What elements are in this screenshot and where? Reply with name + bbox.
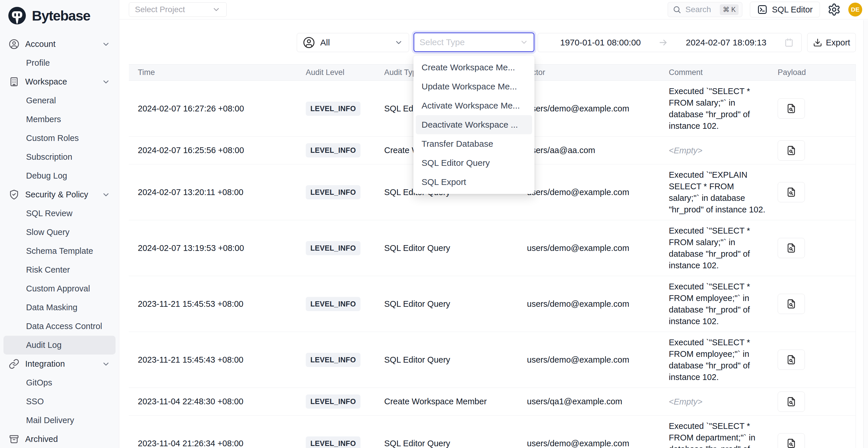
empty-comment: <Empty>	[669, 146, 703, 155]
sidebar-item-gitops[interactable]: GitOps	[3, 373, 116, 392]
sidebar-item-profile[interactable]: Profile	[3, 54, 116, 72]
brand-logo[interactable]: Bytebase	[0, 0, 119, 31]
cell-payload	[778, 98, 856, 119]
type-filter-select[interactable]: Select Type	[413, 32, 534, 52]
payload-view-button[interactable]	[778, 294, 805, 314]
sidebar-item-label: Audit Log	[26, 340, 62, 350]
brand-name: Bytebase	[32, 8, 90, 24]
cell-audit-level: LEVEL_INFO	[306, 353, 384, 367]
sidebar-item-integration[interactable]: Integration	[3, 354, 116, 373]
payload-view-button[interactable]	[778, 140, 805, 161]
cell-actor: users/aa@aa.com	[527, 146, 669, 155]
audit-level-badge: LEVEL_INFO	[306, 297, 361, 311]
sidebar-item-label: Subscription	[26, 152, 72, 162]
cell-comment: Executed `"SELECT * FROM employee;"` in …	[669, 276, 778, 332]
sidebar-item-custom-roles[interactable]: Custom Roles	[3, 129, 116, 148]
empty-comment: <Empty>	[669, 397, 703, 406]
cell-time: 2024-02-07 16:27:26 +08:00	[138, 104, 306, 114]
column-header-audit-level: Audit Level	[306, 68, 384, 77]
type-option-activate-workspace-me[interactable]: Activate Workspace Me...	[416, 96, 532, 115]
cell-actor: users/qa1@example.com	[527, 397, 669, 406]
column-header-actor: Actor	[527, 68, 669, 77]
column-header-comment: Comment	[669, 68, 778, 77]
sidebar-nav: AccountProfileWorkspaceGeneralMembersCus…	[0, 31, 119, 448]
sidebar-item-schema-template[interactable]: Schema Template	[3, 242, 116, 260]
app-root: Bytebase AccountProfileWorkspaceGeneralM…	[0, 0, 868, 448]
type-option-sql-export[interactable]: SQL Export	[416, 172, 532, 192]
sidebar-item-data-masking[interactable]: Data Masking	[3, 298, 116, 317]
vertical-scrollbar[interactable]	[863, 20, 868, 448]
payload-view-button[interactable]	[778, 238, 805, 258]
cell-comment: Executed `"SELECT * FROM department;"` i…	[669, 416, 778, 448]
actor-filter-value: All	[320, 38, 330, 47]
actor-filter-select[interactable]: All	[297, 33, 409, 52]
type-dropdown-menu: Create Workspace Me...Update Workspace M…	[413, 56, 534, 194]
calendar-icon	[784, 38, 794, 47]
sidebar-item-archived[interactable]: Archived	[3, 430, 116, 448]
chevron-down-icon	[102, 77, 110, 86]
cell-payload	[778, 238, 856, 258]
type-option-deactivate-workspace[interactable]: Deactivate Workspace ...	[416, 115, 532, 134]
sidebar-item-label: Data Masking	[26, 303, 77, 312]
sidebar-item-label: Profile	[26, 58, 50, 68]
cell-actor: users/demo@example.com	[527, 188, 669, 197]
type-option-update-workspace-me[interactable]: Update Workspace Me...	[416, 77, 532, 96]
sidebar-item-label: Security & Policy	[25, 190, 88, 199]
sidebar-item-label: Archived	[25, 435, 58, 444]
sidebar-item-custom-approval[interactable]: Custom Approval	[3, 279, 116, 298]
cell-time: 2024-02-07 16:25:56 +08:00	[138, 146, 306, 155]
export-button[interactable]: Export	[807, 33, 856, 52]
payload-view-button[interactable]	[778, 350, 805, 370]
cell-audit-level: LEVEL_INFO	[306, 143, 384, 157]
sidebar-item-audit-log[interactable]: Audit Log	[3, 336, 116, 354]
sidebar-item-general[interactable]: General	[3, 91, 116, 110]
table-row: 2024-02-07 13:19:53 +08:00LEVEL_INFOSQL …	[129, 220, 856, 276]
file-search-icon	[786, 243, 797, 254]
type-option-transfer-database[interactable]: Transfer Database	[416, 134, 532, 153]
type-option-create-workspace-me[interactable]: Create Workspace Me...	[416, 58, 532, 77]
project-select[interactable]: Select Project	[129, 2, 227, 17]
cell-audit-type: SQL Editor Query	[384, 355, 527, 365]
payload-view-button[interactable]	[778, 182, 805, 202]
cell-audit-level: LEVEL_INFO	[306, 394, 384, 409]
sidebar-item-subscription[interactable]: Subscription	[3, 148, 116, 166]
sidebar-item-label: Workspace	[25, 77, 67, 87]
sidebar-item-account[interactable]: Account	[3, 35, 116, 54]
audit-level-badge: LEVEL_INFO	[306, 185, 361, 199]
bytebase-logo-icon	[7, 6, 27, 25]
chevron-down-icon	[520, 38, 528, 46]
sidebar-item-debug-log[interactable]: Debug Log	[3, 166, 116, 185]
payload-view-button[interactable]	[778, 98, 805, 119]
file-search-icon	[786, 103, 797, 114]
payload-view-button[interactable]	[778, 391, 805, 412]
sidebar-item-members[interactable]: Members	[3, 110, 116, 129]
sidebar-item-label: SSO	[26, 397, 44, 406]
sidebar-item-label: Schema Template	[26, 246, 93, 256]
cell-payload	[778, 182, 856, 202]
date-range-picker[interactable]: 1970-01-01 08:00:00 2024-02-07 18:09:13	[538, 33, 802, 52]
cell-payload	[778, 433, 856, 448]
sidebar-item-label: GitOps	[26, 378, 52, 387]
avatar[interactable]: DE	[848, 3, 862, 17]
sidebar-item-risk-center[interactable]: Risk Center	[3, 260, 116, 279]
sidebar-item-security-policy[interactable]: Security & Policy	[3, 185, 116, 204]
sidebar-item-data-access-control[interactable]: Data Access Control	[3, 317, 116, 336]
person-icon	[9, 39, 20, 50]
sidebar-item-sql-review[interactable]: SQL Review	[3, 204, 116, 223]
topbar-right: Search ⌘ K SQL Editor DE	[668, 2, 862, 18]
search-input[interactable]: Search ⌘ K	[668, 2, 742, 17]
sql-editor-button[interactable]: SQL Editor	[750, 2, 820, 18]
audit-level-badge: LEVEL_INFO	[306, 394, 361, 409]
type-option-sql-editor-query[interactable]: SQL Editor Query	[416, 153, 532, 172]
sidebar-item-slow-query[interactable]: Slow Query	[3, 223, 116, 242]
gear-icon[interactable]	[828, 3, 841, 16]
search-shortcut-badge: ⌘ K	[720, 4, 739, 15]
payload-view-button[interactable]	[778, 433, 805, 448]
column-header-payload: Payload	[778, 68, 856, 77]
sidebar-item-workspace[interactable]: Workspace	[3, 72, 116, 91]
shield-icon	[9, 189, 20, 200]
file-search-icon	[786, 438, 797, 448]
sidebar-item-mail-delivery[interactable]: Mail Delivery	[3, 411, 116, 430]
cell-audit-type: Create Workspace Member	[384, 397, 527, 406]
sidebar-item-sso[interactable]: SSO	[3, 392, 116, 411]
